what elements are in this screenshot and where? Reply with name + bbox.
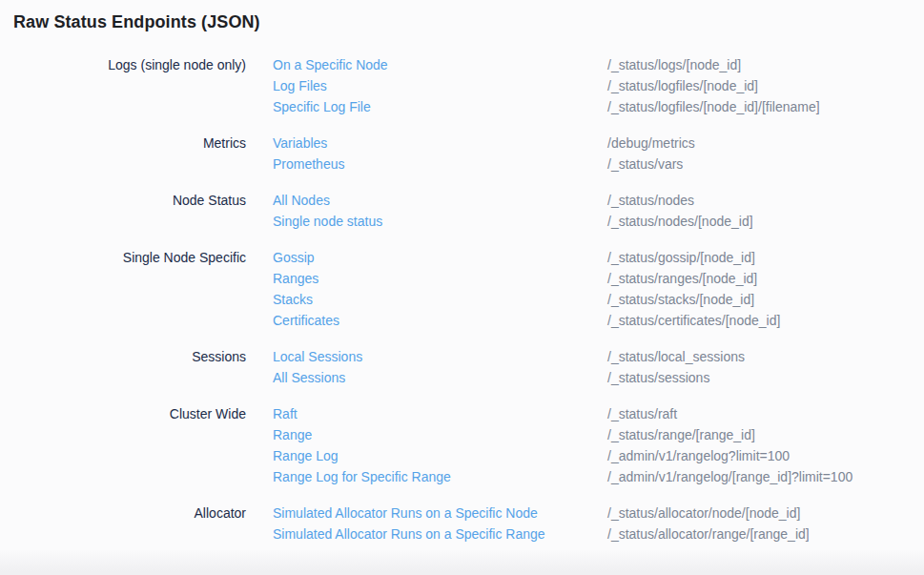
endpoint-section: AllocatorSimulated Allocator Runs on a S…	[13, 503, 911, 544]
endpoint-row: Variables/debug/metrics	[246, 133, 911, 154]
endpoint-row: Simulated Allocator Runs on a Specific N…	[246, 503, 911, 524]
endpoint-path: /_status/ranges/[node_id]	[607, 268, 911, 289]
endpoint-entries: Variables/debug/metricsPrometheus/_statu…	[246, 133, 911, 175]
category-label: Single Node Specific	[13, 247, 246, 331]
endpoint-path: /_admin/v1/rangelog?limit=100	[607, 445, 911, 466]
endpoint-entries: Simulated Allocator Runs on a Specific N…	[246, 503, 911, 544]
endpoint-row: Range/_status/range/[range_id]	[246, 424, 911, 445]
endpoint-section: MetricsVariables/debug/metricsPrometheus…	[13, 133, 911, 175]
endpoint-link[interactable]: Range	[246, 424, 607, 445]
endpoint-section: Node StatusAll Nodes/_status/nodesSingle…	[13, 190, 911, 232]
footer-strip	[0, 550, 924, 575]
endpoint-path: /_status/vars	[607, 154, 911, 175]
endpoints-table: Logs (single node only)On a Specific Nod…	[13, 54, 911, 544]
endpoint-link[interactable]: Range Log	[246, 445, 607, 466]
endpoint-link[interactable]: Log Files	[246, 75, 607, 96]
endpoint-link[interactable]: All Nodes	[246, 190, 607, 211]
endpoint-row: Stacks/_status/stacks/[node_id]	[246, 289, 911, 310]
endpoint-path: /_status/raft	[607, 403, 911, 424]
endpoint-path: /_status/gossip/[node_id]	[607, 247, 911, 268]
endpoint-entries: On a Specific Node/_status/logs/[node_id…	[246, 54, 911, 117]
endpoint-entries: Gossip/_status/gossip/[node_id]Ranges/_s…	[246, 247, 911, 331]
endpoint-path: /_status/logfiles/[node_id]	[607, 75, 911, 96]
endpoint-section: SessionsLocal Sessions/_status/local_ses…	[13, 346, 911, 388]
endpoint-path: /_status/nodes/[node_id]	[607, 211, 911, 232]
endpoint-row: Raft/_status/raft	[246, 403, 911, 424]
endpoint-row: Range Log for Specific Range/_admin/v1/r…	[246, 466, 911, 487]
endpoint-link[interactable]: Certificates	[246, 310, 607, 331]
endpoint-link[interactable]: Variables	[246, 133, 607, 154]
endpoint-section: Cluster WideRaft/_status/raftRange/_stat…	[13, 403, 911, 487]
endpoint-link[interactable]: Ranges	[246, 268, 607, 289]
endpoint-link[interactable]: Simulated Allocator Runs on a Specific N…	[246, 503, 607, 524]
endpoint-path: /_status/logfiles/[node_id]/[filename]	[607, 96, 911, 117]
endpoint-path: /debug/metrics	[607, 133, 911, 154]
endpoint-row: All Sessions/_status/sessions	[246, 367, 911, 388]
endpoint-link[interactable]: Local Sessions	[246, 346, 607, 367]
endpoint-entries: Local Sessions/_status/local_sessionsAll…	[246, 346, 911, 388]
page-title: Raw Status Endpoints (JSON)	[13, 12, 911, 32]
endpoint-link[interactable]: Raft	[246, 403, 607, 424]
endpoint-row: Local Sessions/_status/local_sessions	[246, 346, 911, 367]
category-label: Sessions	[13, 346, 246, 388]
category-label: Allocator	[13, 503, 246, 544]
endpoint-path: /_status/allocator/node/[node_id]	[607, 503, 911, 524]
endpoint-row: Specific Log File/_status/logfiles/[node…	[246, 96, 911, 117]
category-label: Metrics	[13, 133, 246, 175]
endpoint-path: /_status/sessions	[607, 367, 911, 388]
endpoint-link[interactable]: Stacks	[246, 289, 607, 310]
category-label: Logs (single node only)	[13, 54, 246, 117]
endpoint-path: /_status/logs/[node_id]	[607, 54, 911, 75]
endpoint-path: /_status/allocator/range/[range_id]	[607, 524, 911, 544]
endpoint-entries: All Nodes/_status/nodesSingle node statu…	[246, 190, 911, 232]
endpoint-link[interactable]: Prometheus	[246, 154, 607, 175]
endpoint-row: Log Files/_status/logfiles/[node_id]	[246, 75, 911, 96]
category-label: Cluster Wide	[13, 403, 246, 487]
endpoint-row: Certificates/_status/certificates/[node_…	[246, 310, 911, 331]
endpoint-row: Single node status/_status/nodes/[node_i…	[246, 211, 911, 232]
endpoint-row: Simulated Allocator Runs on a Specific R…	[246, 524, 911, 544]
raw-status-endpoints-panel: Raw Status Endpoints (JSON) Logs (single…	[0, 0, 924, 544]
endpoint-row: Range Log/_admin/v1/rangelog?limit=100	[246, 445, 911, 466]
endpoint-entries: Raft/_status/raftRange/_status/range/[ra…	[246, 403, 911, 487]
endpoint-path: /_admin/v1/rangelog/[range_id]?limit=100	[607, 466, 911, 487]
endpoint-link[interactable]: Specific Log File	[246, 96, 607, 117]
endpoint-row: Gossip/_status/gossip/[node_id]	[246, 247, 911, 268]
endpoint-link[interactable]: On a Specific Node	[246, 54, 607, 75]
endpoint-path: /_status/nodes	[607, 190, 911, 211]
endpoint-path: /_status/local_sessions	[607, 346, 911, 367]
endpoint-link[interactable]: Single node status	[246, 211, 607, 232]
endpoint-path: /_status/range/[range_id]	[607, 424, 911, 445]
endpoint-link[interactable]: Gossip	[246, 247, 607, 268]
endpoint-section: Logs (single node only)On a Specific Nod…	[13, 54, 911, 117]
endpoint-link[interactable]: Range Log for Specific Range	[246, 466, 607, 487]
endpoint-section: Single Node SpecificGossip/_status/gossi…	[13, 247, 911, 331]
endpoint-row: Prometheus/_status/vars	[246, 154, 911, 175]
category-label: Node Status	[13, 190, 246, 232]
endpoint-row: Ranges/_status/ranges/[node_id]	[246, 268, 911, 289]
endpoint-link[interactable]: All Sessions	[246, 367, 607, 388]
page: { "page": { "title": "Raw Status Endpoin…	[0, 0, 924, 575]
endpoint-path: /_status/stacks/[node_id]	[607, 289, 911, 310]
endpoint-row: All Nodes/_status/nodes	[246, 190, 911, 211]
endpoint-path: /_status/certificates/[node_id]	[607, 310, 911, 331]
endpoint-link[interactable]: Simulated Allocator Runs on a Specific R…	[246, 524, 607, 544]
endpoint-row: On a Specific Node/_status/logs/[node_id…	[246, 54, 911, 75]
